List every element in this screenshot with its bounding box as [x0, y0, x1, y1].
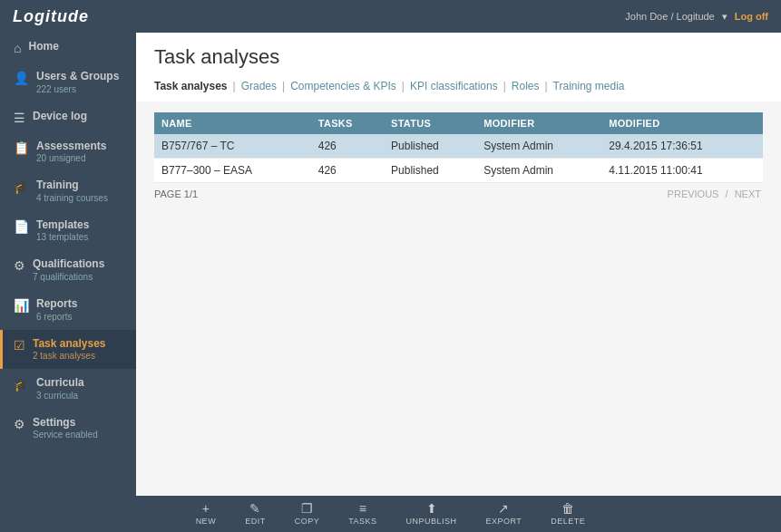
sidebar-item-home[interactable]: ⌂ Home — [0, 33, 136, 63]
cell-tasks: 426 — [311, 159, 384, 183]
cell-modifier: System Admin — [476, 134, 601, 159]
sidebar-icon-training: 🎓 — [14, 179, 29, 194]
export-button[interactable]: ↗ EXPORT — [486, 502, 522, 526]
sidebar-subtitle-settings: Service enabled — [33, 430, 98, 440]
tab-grades[interactable]: Grades — [241, 76, 277, 96]
edit-label: EDIT — [245, 517, 266, 526]
main-content: Task analyses Task analyses|Grades|Compe… — [136, 33, 781, 496]
sidebar-item-qualifications[interactable]: ⚙ Qualifications 7 qualifications — [0, 250, 136, 290]
logoff-button[interactable]: Log off — [735, 11, 768, 22]
tasks-label: TASKS — [348, 517, 376, 526]
sidebar-subtitle-task-analyses: 2 task analyses — [33, 351, 106, 362]
col-header-modified: MODIFIED — [601, 112, 763, 134]
tab-training-media[interactable]: Training media — [553, 76, 625, 96]
sidebar-item-task-analyses[interactable]: ☑ Task analyses 2 task analyses — [0, 330, 136, 370]
export-label: EXPORT — [486, 517, 522, 526]
sidebar-item-training[interactable]: 🎓 Training 4 training courses — [0, 171, 136, 211]
logo: Logitude — [13, 7, 89, 26]
sidebar-text-settings: Settings Service enabled — [33, 416, 98, 441]
sidebar-icon-assessments: 📋 — [14, 140, 29, 155]
cell-modifier: System Admin — [476, 159, 601, 183]
tab-separator-1: | — [277, 76, 290, 96]
sidebar-item-reports[interactable]: 📊 Reports 6 reports — [0, 290, 136, 330]
delete-icon: 🗑 — [561, 502, 574, 515]
sidebar-title-curricula: Curricula — [36, 376, 84, 391]
col-header-name: NAME — [154, 112, 311, 134]
sidebar-subtitle-qualifications: 7 qualifications — [33, 272, 104, 283]
sidebar-title-task-analyses: Task analyses — [33, 337, 106, 352]
sidebar-item-assessments[interactable]: 📋 Assessments 20 unsigned — [0, 132, 136, 172]
pagination: PAGE 1/1 PREVIOUS / NEXT — [154, 183, 763, 205]
bottom-toolbar: + NEW ✎ EDIT ❐ COPY ≡ TASKS ⬆ UNPUBLISH … — [0, 496, 781, 532]
edit-button[interactable]: ✎ EDIT — [245, 502, 266, 526]
sidebar-item-settings[interactable]: ⚙ Settings Service enabled — [0, 409, 136, 449]
table-row[interactable]: B757/767 – TC426PublishedSystem Admin29.… — [154, 134, 763, 159]
copy-button[interactable]: ❐ COPY — [295, 502, 320, 526]
sidebar-text-users-groups: Users & Groups 222 users — [36, 70, 119, 95]
sidebar-item-device-log[interactable]: ☰ Device log — [0, 102, 136, 132]
sidebar-text-curricula: Curricula 3 curricula — [36, 376, 84, 401]
sidebar-text-reports: Reports 6 reports — [36, 297, 77, 323]
user-info: John Doe / Logitude — [625, 11, 714, 22]
tab-separator-0: | — [228, 76, 241, 96]
sidebar-subtitle-users-groups: 222 users — [36, 84, 119, 95]
export-icon: ↗ — [498, 502, 509, 515]
task-analyses-table: NAMETASKSSTATUSMODIFIERMODIFIEDB757/767 … — [154, 112, 763, 183]
pagination-label: PAGE 1/1 — [154, 189, 198, 199]
sidebar-icon-reports: 📊 — [14, 298, 29, 313]
sidebar-title-assessments: Assessments — [36, 140, 106, 154]
sidebar-icon-users-groups: 👤 — [14, 71, 29, 85]
topbar-right: John Doe / Logitude ▾ Log off — [625, 11, 768, 23]
sidebar-title-reports: Reports — [36, 297, 77, 312]
sidebar-title-qualifications: Qualifications — [33, 257, 104, 272]
tab-separator-4: | — [539, 76, 552, 96]
delete-button[interactable]: 🗑 DELETE — [551, 502, 585, 526]
tab-competencies-kpis[interactable]: Competencies & KPIs — [290, 76, 396, 96]
unpublish-label: UNPUBLISH — [406, 517, 457, 526]
col-header-tasks: TASKS — [311, 112, 384, 134]
sidebar-item-users-groups[interactable]: 👤 Users & Groups 222 users — [0, 63, 136, 102]
sidebar-text-home: Home — [28, 40, 58, 54]
sidebar-subtitle-assessments: 20 unsigned — [36, 153, 106, 164]
unpublish-icon: ⬆ — [426, 502, 437, 515]
tabs: Task analyses|Grades|Competencies & KPIs… — [154, 76, 763, 96]
tab-roles[interactable]: Roles — [512, 76, 540, 96]
copy-label: COPY — [295, 517, 320, 526]
tab-task-analyses[interactable]: Task analyses — [154, 76, 228, 96]
tasks-button[interactable]: ≡ TASKS — [348, 502, 376, 526]
previous-button[interactable]: PREVIOUS — [668, 189, 719, 199]
sidebar-title-training: Training — [36, 179, 108, 193]
sidebar-title-home: Home — [28, 40, 58, 54]
cell-name: B777–300 – EASA — [154, 159, 311, 183]
next-button[interactable]: NEXT — [735, 189, 761, 199]
sidebar-subtitle-curricula: 3 curricula — [36, 391, 84, 401]
col-header-status: STATUS — [384, 112, 476, 134]
sidebar-text-templates: Templates 13 templates — [36, 218, 89, 244]
sidebar-icon-task-analyses: ☑ — [14, 338, 25, 353]
sidebar-icon-qualifications: ⚙ — [14, 258, 25, 273]
sidebar-icon-home: ⌂ — [14, 41, 21, 55]
tab-separator-2: | — [396, 76, 410, 96]
copy-icon: ❐ — [301, 502, 313, 515]
sidebar-icon-curricula: 🎓 — [14, 377, 29, 392]
sidebar-title-device-log: Device log — [33, 110, 87, 124]
sidebar-text-qualifications: Qualifications 7 qualifications — [33, 257, 104, 283]
col-header-modifier: MODIFIER — [476, 112, 601, 134]
sidebar-text-assessments: Assessments 20 unsigned — [36, 140, 106, 165]
tasks-icon: ≡ — [359, 502, 366, 515]
delete-label: DELETE — [551, 517, 585, 526]
table-row[interactable]: B777–300 – EASA426PublishedSystem Admin4… — [154, 159, 763, 183]
edit-icon: ✎ — [249, 502, 260, 515]
sidebar-text-task-analyses: Task analyses 2 task analyses — [33, 337, 106, 363]
unpublish-button[interactable]: ⬆ UNPUBLISH — [406, 502, 457, 526]
new-button[interactable]: + NEW — [196, 502, 217, 526]
tab-kpi-classifications[interactable]: KPI classifications — [410, 76, 498, 96]
sidebar-item-curricula[interactable]: 🎓 Curricula 3 curricula — [0, 369, 136, 409]
sidebar-icon-templates: 📄 — [14, 219, 29, 234]
page-title: Task analyses — [154, 45, 763, 69]
table-area: NAMETASKSSTATUSMODIFIERMODIFIEDB757/767 … — [136, 102, 781, 496]
topbar: Logitude John Doe / Logitude ▾ Log off — [0, 0, 781, 33]
sidebar-subtitle-training: 4 training courses — [36, 193, 108, 204]
sidebar-subtitle-templates: 13 templates — [36, 232, 89, 243]
sidebar-item-templates[interactable]: 📄 Templates 13 templates — [0, 211, 136, 251]
